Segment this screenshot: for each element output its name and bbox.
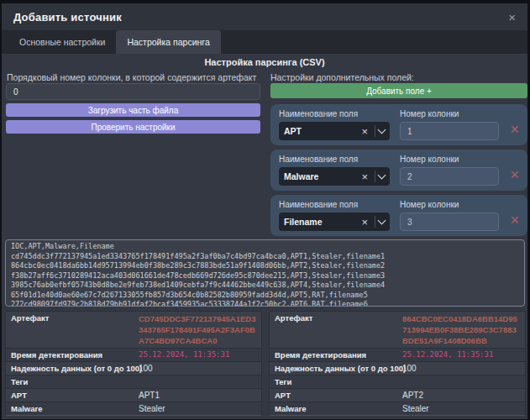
- csv-preview-textarea[interactable]: IOC,APT,Malware,Filename cd745ddc3f77213…: [5, 239, 525, 307]
- chevron-down-icon[interactable]: [378, 217, 386, 225]
- modal-title: Добавить источник: [13, 11, 122, 24]
- field-row: Наименование поля Filename × Номер колон…: [270, 195, 527, 236]
- select-divider: [375, 171, 375, 182]
- reliability-value: 100: [397, 362, 525, 375]
- column-number-label: Номер колонки: [400, 200, 506, 209]
- row-label: Теги: [270, 375, 397, 388]
- apt-value: APT1: [134, 389, 261, 402]
- section-title: Настройка парсинга (CSV): [2, 57, 527, 67]
- column-number-label: Номер колонки: [400, 109, 506, 118]
- column-number-input[interactable]: [400, 167, 499, 186]
- row-label: Теги: [6, 375, 134, 388]
- field-row: Наименование поля APT × Номер колонки ×: [270, 104, 527, 145]
- artifact-column-input[interactable]: [6, 83, 260, 100]
- add-source-modal: Добавить источник × Основные настройки Н…: [2, 3, 527, 419]
- clear-icon[interactable]: ×: [358, 217, 371, 228]
- column-number-input[interactable]: [400, 122, 499, 140]
- selected-value: APT: [284, 126, 358, 136]
- table-row: Артефакт CD745DDC3F772137945A1ED3343765F…: [6, 312, 261, 349]
- field-row: Наименование поля Malware × Номер колонк…: [270, 150, 527, 191]
- tags-value: [397, 375, 525, 388]
- column-number-label: Номер колонки: [400, 155, 506, 164]
- field-name-select[interactable]: APT ×: [279, 122, 390, 140]
- select-divider: [375, 216, 375, 228]
- select-divider: [375, 125, 375, 137]
- table-row: Время детектирования 25.12.2024, 11:35:3…: [6, 349, 261, 362]
- remove-field-icon[interactable]: ×: [510, 122, 519, 137]
- row-label: Артефакт: [6, 312, 134, 348]
- row-label: Надежность данных (от 0 до 100): [6, 362, 134, 375]
- clear-icon[interactable]: ×: [358, 171, 371, 182]
- tab-basic-settings[interactable]: Основные настройки: [8, 30, 116, 54]
- modal-titlebar: Добавить источник ×: [2, 3, 527, 30]
- field-name-label: Наименование поля: [279, 109, 400, 118]
- additional-fields-label: Настройки дополнительных полей:: [270, 72, 527, 82]
- table-row: Теги: [270, 375, 525, 389]
- field-name-label: Наименование поля: [279, 155, 400, 164]
- parse-result-table: Артефакт 864CBC0EC0418DA6BB14D95713994EB…: [269, 311, 526, 416]
- row-label: APT: [270, 389, 397, 402]
- check-settings-button[interactable]: Проверить настройки: [6, 120, 260, 134]
- selected-value: Malware: [284, 171, 358, 181]
- column-number-input[interactable]: [400, 213, 499, 231]
- detect-time-value: 25.12.2024, 11:35:31: [397, 349, 525, 361]
- table-row: Malware Stealer: [270, 402, 525, 415]
- close-icon[interactable]: ×: [508, 11, 516, 24]
- malware-value: Stealer: [134, 402, 261, 415]
- chevron-down-icon[interactable]: [378, 126, 386, 134]
- chevron-down-icon[interactable]: [378, 171, 386, 180]
- parse-result-table: Артефакт CD745DDC3F772137945A1ED3343765F…: [5, 311, 262, 416]
- row-label: Malware: [6, 402, 134, 415]
- table-row: APT APT1: [6, 389, 261, 402]
- row-label: Malware: [270, 402, 397, 415]
- table-row: Теги: [6, 375, 261, 389]
- artifact-value: CD745DDC3F772137945A1ED3343765F178491F49…: [134, 312, 261, 348]
- table-row: APT APT2: [270, 389, 525, 402]
- field-name-label: Наименование поля: [279, 200, 400, 209]
- table-row: Время детектирования 25.12.2024, 11:35:3…: [270, 349, 525, 362]
- add-field-button[interactable]: Добавить поле +: [270, 83, 527, 98]
- field-name-select[interactable]: Malware ×: [279, 167, 390, 186]
- reliability-value: 100: [134, 362, 261, 375]
- row-label: APT: [6, 389, 134, 402]
- table-row: Malware Stealer: [6, 402, 261, 415]
- tags-value: [134, 375, 261, 388]
- field-name-select[interactable]: Filename ×: [279, 213, 390, 231]
- load-file-part-button[interactable]: Загрузить часть файла: [6, 103, 260, 117]
- row-label: Надежность данных (от 0 до 100): [270, 362, 397, 375]
- malware-value: Stealer: [397, 402, 525, 415]
- tab-bar: Основные настройки Настройка парсинга: [2, 30, 527, 54]
- apt-value: APT2: [397, 389, 525, 402]
- table-row: Артефакт 864CBC0EC0418DA6BB14D95713994EB…: [270, 312, 525, 349]
- remove-field-icon[interactable]: ×: [510, 213, 519, 228]
- artifact-value: 864CBC0EC0418DA6BB14D95713994EB0F38BE289…: [397, 312, 525, 348]
- clear-icon[interactable]: ×: [358, 126, 371, 137]
- table-row: Надежность данных (от 0 до 100) 100: [270, 362, 525, 375]
- remove-field-icon[interactable]: ×: [510, 167, 519, 182]
- selected-value: Filename: [284, 217, 358, 227]
- table-row: Надежность данных (от 0 до 100) 100: [6, 362, 261, 375]
- detect-time-value: 25.12.2024, 11:35:31: [134, 349, 261, 361]
- row-label: Артефакт: [270, 312, 397, 348]
- row-label: Время детектирования: [6, 349, 134, 361]
- row-label: Время детектирования: [270, 349, 397, 361]
- tab-parsing-settings[interactable]: Настройка парсинга: [116, 30, 220, 54]
